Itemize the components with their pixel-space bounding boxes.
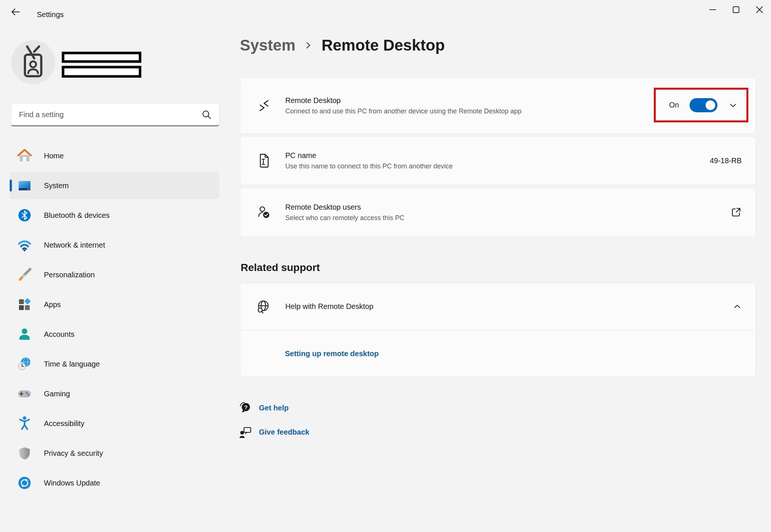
person-icon bbox=[17, 327, 32, 342]
sidebar-item-label: Time & language bbox=[44, 360, 100, 368]
pc-name-card: PC name Use this name to connect to this… bbox=[240, 136, 756, 185]
sidebar-item-label: Windows Update bbox=[44, 479, 100, 487]
search-box[interactable] bbox=[11, 103, 219, 126]
sidebar-item-network[interactable]: Network & internet bbox=[10, 232, 219, 258]
breadcrumb: System Remote Desktop bbox=[240, 32, 445, 59]
sidebar-item-privacy-security[interactable]: Privacy & security bbox=[10, 440, 219, 467]
help-card: Help with Remote Desktop Setting up remo… bbox=[240, 283, 756, 377]
page-title: Remote Desktop bbox=[321, 36, 444, 54]
give-feedback-label[interactable]: Give feedback bbox=[259, 428, 309, 436]
wifi-icon bbox=[17, 238, 32, 252]
sidebar-item-label: Gaming bbox=[44, 390, 70, 398]
sidebar-item-system[interactable]: System bbox=[10, 172, 219, 199]
pc-name-title: PC name bbox=[285, 151, 453, 160]
sidebar-item-bluetooth[interactable]: Bluetooth & devices bbox=[10, 202, 219, 229]
sidebar-item-home[interactable]: Home bbox=[10, 142, 219, 169]
remote-desktop-title: Remote Desktop bbox=[285, 96, 521, 105]
sidebar-nav: Home System bbox=[10, 142, 219, 499]
sidebar-item-apps[interactable]: Apps bbox=[10, 291, 219, 318]
sidebar-item-label: Personalization bbox=[44, 271, 95, 279]
close-icon bbox=[755, 6, 764, 14]
remote-desktop-users-card[interactable]: Remote Desktop users Select who can remo… bbox=[240, 187, 756, 237]
globe-clock-icon bbox=[17, 357, 32, 371]
apps-grid-icon bbox=[17, 297, 32, 312]
user-check-icon bbox=[258, 205, 270, 219]
sidebar-item-label: Bluetooth & devices bbox=[44, 211, 110, 220]
gamepad-icon bbox=[17, 386, 32, 401]
accessibility-person-icon bbox=[17, 416, 32, 431]
system-icon bbox=[17, 178, 32, 193]
chevron-down-icon[interactable] bbox=[729, 101, 738, 110]
sidebar-item-label: Accessibility bbox=[44, 419, 84, 428]
setting-up-remote-desktop-link[interactable]: Setting up remote desktop bbox=[285, 349, 379, 358]
sidebar-item-label: Apps bbox=[44, 300, 61, 309]
chevron-right-icon bbox=[304, 40, 312, 51]
globe-search-icon bbox=[256, 300, 270, 314]
sidebar-item-label: Home bbox=[44, 152, 64, 160]
sidebar-item-label: System bbox=[44, 181, 69, 190]
home-icon bbox=[17, 148, 32, 163]
rename-document-icon bbox=[258, 153, 270, 168]
shield-icon bbox=[17, 446, 32, 461]
bluetooth-icon bbox=[17, 208, 32, 223]
pc-name-subtitle: Use this name to connect to this PC from… bbox=[285, 162, 453, 170]
related-support-heading: Related support bbox=[241, 262, 320, 274]
sidebar-item-label: Accounts bbox=[44, 330, 74, 339]
update-sync-icon bbox=[17, 475, 32, 490]
external-link-icon[interactable] bbox=[730, 207, 742, 218]
redacted-account-name bbox=[62, 52, 141, 63]
toggle-state-label: On bbox=[669, 101, 679, 109]
help-title: Help with Remote Desktop bbox=[285, 302, 373, 311]
breadcrumb-system-link[interactable]: System bbox=[240, 36, 295, 54]
give-feedback-link[interactable]: Give feedback bbox=[239, 426, 309, 438]
users-title: Remote Desktop users bbox=[285, 203, 404, 212]
redacted-account-email bbox=[62, 66, 141, 78]
app-title: Settings bbox=[37, 10, 64, 19]
help-bubble-icon: ? bbox=[239, 402, 251, 414]
sidebar-item-gaming[interactable]: Gaming bbox=[10, 380, 219, 407]
feedback-person-icon bbox=[239, 426, 251, 438]
sidebar: Home System bbox=[0, 21, 231, 532]
svg-text:?: ? bbox=[244, 404, 247, 410]
help-expander[interactable]: Help with Remote Desktop bbox=[240, 283, 756, 330]
annotation-highlight-box: On bbox=[654, 88, 748, 122]
sidebar-item-accessibility[interactable]: Accessibility bbox=[10, 410, 219, 437]
back-button[interactable] bbox=[7, 4, 24, 19]
search-icon bbox=[202, 110, 212, 120]
paintbrush-icon bbox=[17, 267, 32, 282]
sidebar-item-label: Privacy & security bbox=[44, 449, 103, 458]
sidebar-item-label: Network & internet bbox=[44, 241, 105, 249]
search-input[interactable] bbox=[11, 104, 202, 125]
id-badge-icon bbox=[21, 45, 45, 79]
toggle-knob bbox=[706, 100, 715, 110]
remote-desktop-card: Remote Desktop Connect to and use this P… bbox=[240, 77, 756, 134]
settings-window: Settings bbox=[0, 0, 771, 532]
avatar[interactable] bbox=[11, 40, 55, 84]
main-content: System Remote Desktop Remote Desktop Con… bbox=[240, 0, 756, 532]
users-subtitle: Select who can remotely access this PC bbox=[285, 214, 404, 222]
sidebar-item-accounts[interactable]: Accounts bbox=[10, 321, 219, 348]
back-arrow-icon bbox=[10, 7, 20, 17]
remote-desktop-icon bbox=[258, 98, 270, 113]
remote-desktop-subtitle: Connect to and use this PC from another … bbox=[285, 107, 521, 115]
sidebar-item-time-language[interactable]: Time & language bbox=[10, 351, 219, 377]
sidebar-item-windows-update[interactable]: Windows Update bbox=[10, 470, 219, 496]
remote-desktop-toggle[interactable] bbox=[690, 98, 717, 112]
get-help-link[interactable]: ? Get help bbox=[239, 402, 289, 414]
chevron-up-icon[interactable] bbox=[733, 302, 742, 311]
get-help-label[interactable]: Get help bbox=[259, 404, 289, 412]
pc-name-value: 49-18-RB bbox=[710, 157, 742, 165]
sidebar-item-personalization[interactable]: Personalization bbox=[10, 261, 219, 288]
